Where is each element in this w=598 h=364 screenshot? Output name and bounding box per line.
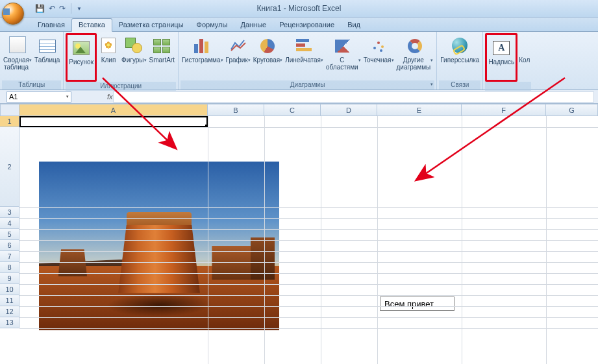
tab-insert[interactable]: Вставка bbox=[71, 18, 112, 32]
row-header[interactable]: 8 bbox=[0, 262, 19, 273]
picture-icon bbox=[73, 41, 90, 55]
row-header[interactable]: 5 bbox=[0, 229, 19, 240]
area-chart-button[interactable]: Собластями bbox=[325, 33, 362, 78]
ribbon: Своднаятаблица Таблица Таблицы Рисунок К… bbox=[0, 32, 598, 90]
select-all-corner[interactable] bbox=[0, 104, 19, 116]
save-icon[interactable]: 💾 bbox=[35, 4, 45, 13]
row-header[interactable]: 13 bbox=[0, 317, 19, 328]
bar-chart-button[interactable]: Линейчатая bbox=[284, 33, 325, 78]
column-header[interactable]: G bbox=[546, 104, 598, 116]
other-charts-icon bbox=[408, 39, 422, 53]
group-text: AНадпись Кол bbox=[483, 32, 533, 90]
group-tables: Своднаятаблица Таблица Таблицы bbox=[0, 32, 64, 90]
area-chart-icon bbox=[335, 40, 352, 53]
qat-dropdown-icon[interactable]: ▼ bbox=[77, 6, 82, 12]
title-bar: 💾 ↶ ↷ ▼ Книга1 - Microsoft Excel bbox=[0, 0, 598, 18]
column-header[interactable]: F bbox=[462, 104, 546, 116]
hyperlink-button[interactable]: Гиперссылка bbox=[439, 33, 480, 78]
cell-grid[interactable]: Всем привет bbox=[19, 116, 598, 364]
row-header[interactable]: 2 bbox=[0, 127, 19, 207]
scatter-chart-icon bbox=[371, 38, 386, 53]
ribbon-tabs: Главная Вставка Разметка страницы Формул… bbox=[0, 18, 598, 32]
row-header[interactable]: 3 bbox=[0, 207, 19, 218]
tab-view[interactable]: Вид bbox=[341, 19, 367, 31]
name-box[interactable]: A1 bbox=[6, 91, 71, 103]
active-cell-indicator bbox=[19, 116, 208, 127]
row-header[interactable]: 7 bbox=[0, 251, 19, 262]
hyperlink-icon bbox=[452, 38, 467, 53]
line-chart-icon bbox=[230, 38, 247, 53]
formula-input[interactable] bbox=[113, 91, 594, 103]
pivot-table-button[interactable]: Своднаятаблица bbox=[2, 33, 33, 78]
tab-formulas[interactable]: Формулы bbox=[190, 19, 234, 31]
table-button[interactable]: Таблица bbox=[33, 33, 61, 78]
row-header[interactable]: 11 bbox=[0, 295, 19, 306]
column-chart-button[interactable]: Гистограмма bbox=[181, 33, 225, 78]
pivot-icon bbox=[9, 36, 26, 53]
clip-button[interactable]: Клип bbox=[97, 33, 120, 78]
row-header[interactable]: 10 bbox=[0, 284, 19, 295]
worksheet: 12345678910111213 ABCDEFG Всем привет bbox=[0, 104, 598, 364]
redo-icon[interactable]: ↷ bbox=[59, 4, 66, 13]
column-header[interactable]: A bbox=[19, 104, 208, 116]
group-links: Гиперссылка Связи bbox=[437, 32, 483, 90]
quick-access-toolbar: 💾 ↶ ↷ ▼ bbox=[35, 3, 82, 14]
other-charts-button[interactable]: Другиедиаграммы bbox=[395, 33, 435, 78]
group-charts: Гистограмма График Круговая Линейчатая С… bbox=[179, 32, 437, 90]
shapes-icon bbox=[125, 38, 142, 53]
row-header[interactable]: 4 bbox=[0, 218, 19, 229]
group-illustrations: Рисунок Клип Фигуры SmartArt Иллюстрации bbox=[64, 32, 179, 90]
column-header[interactable]: B bbox=[208, 104, 264, 116]
textbox-icon: A bbox=[493, 41, 510, 55]
textbox-button[interactable]: AНадпись bbox=[485, 33, 517, 82]
row-header[interactable]: 1 bbox=[0, 116, 19, 127]
pie-chart-icon bbox=[260, 39, 275, 53]
smartart-button[interactable]: SmartArt bbox=[148, 33, 176, 78]
window-title: Книга1 - Microsoft Excel bbox=[257, 4, 342, 13]
scatter-chart-button[interactable]: Точечная bbox=[362, 33, 395, 78]
inserted-textbox[interactable]: Всем привет bbox=[380, 297, 455, 311]
row-header[interactable]: 12 bbox=[0, 306, 19, 317]
tab-home[interactable]: Главная bbox=[31, 19, 71, 31]
tab-page-layout[interactable]: Разметка страницы bbox=[112, 19, 190, 31]
bar-chart-icon bbox=[296, 39, 313, 53]
inserted-picture[interactable] bbox=[39, 162, 279, 330]
undo-icon[interactable]: ↶ bbox=[49, 4, 55, 13]
formula-bar: A1 fx bbox=[0, 90, 598, 104]
column-header[interactable]: C bbox=[264, 104, 321, 116]
tab-data[interactable]: Данные bbox=[234, 19, 273, 31]
row-header[interactable]: 9 bbox=[0, 273, 19, 284]
shapes-button[interactable]: Фигуры bbox=[120, 33, 147, 78]
table-icon bbox=[39, 40, 56, 53]
clip-icon bbox=[101, 38, 116, 53]
column-header[interactable]: D bbox=[321, 104, 377, 116]
smartart-icon bbox=[153, 39, 170, 53]
column-headers: ABCDEFG bbox=[19, 104, 598, 116]
picture-button[interactable]: Рисунок bbox=[66, 33, 97, 82]
column-chart-icon bbox=[194, 38, 211, 53]
tab-review[interactable]: Рецензирование bbox=[273, 19, 341, 31]
textbox-text: Всем привет bbox=[384, 299, 434, 309]
wordart-button[interactable]: Кол bbox=[517, 33, 531, 78]
row-headers: 12345678910111213 bbox=[0, 116, 19, 328]
column-header[interactable]: E bbox=[377, 104, 462, 116]
pie-chart-button[interactable]: Круговая bbox=[252, 33, 284, 78]
fx-icon[interactable]: fx bbox=[107, 93, 113, 101]
row-header[interactable]: 6 bbox=[0, 240, 19, 251]
line-chart-button[interactable]: График bbox=[225, 33, 252, 78]
